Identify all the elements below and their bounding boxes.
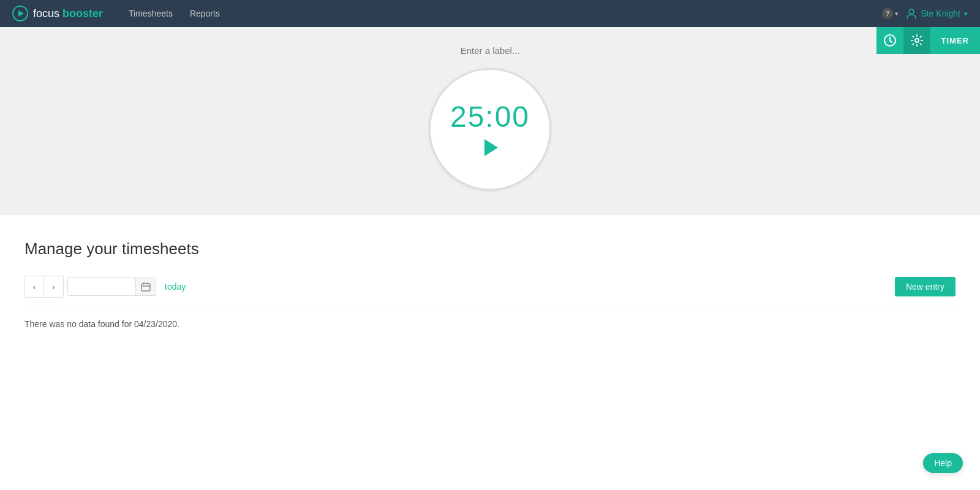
timer-section: TIMER 25:00 xyxy=(0,27,980,215)
help-float-button[interactable]: Help xyxy=(923,453,963,473)
today-button[interactable]: today xyxy=(162,278,188,295)
no-data-message: There was no data found for 04/23/2020. xyxy=(24,319,956,329)
timer-label-input[interactable] xyxy=(398,45,582,56)
navbar: focus booster Timesheets Reports ? ▾ Ste… xyxy=(0,0,980,27)
date-input-wrapper: 04/23/2020 xyxy=(67,277,156,296)
user-avatar-icon xyxy=(906,8,917,19)
timer-settings-button[interactable] xyxy=(903,27,930,54)
svg-rect-5 xyxy=(141,284,150,291)
brand-logo-icon xyxy=(12,6,28,21)
svg-marker-1 xyxy=(18,10,24,17)
main-content: Manage your timesheets ‹ › 04/23/2020 to… xyxy=(0,215,980,490)
date-next-button[interactable]: › xyxy=(44,276,64,298)
clock-icon xyxy=(883,34,897,47)
calendar-icon-button[interactable] xyxy=(135,278,156,295)
user-name: Ste Knight xyxy=(921,9,960,18)
help-nav-button[interactable]: ? ▾ xyxy=(882,8,899,19)
user-dropdown-arrow: ▾ xyxy=(964,10,968,18)
nav-timesheets[interactable]: Timesheets xyxy=(121,6,180,21)
timer-display: 25:00 xyxy=(450,102,530,132)
divider xyxy=(24,309,956,309)
gear-icon xyxy=(911,34,923,47)
question-icon: ? xyxy=(882,8,893,19)
nav-reports[interactable]: Reports xyxy=(183,6,227,21)
user-menu-button[interactable]: Ste Knight ▾ xyxy=(906,8,968,19)
timer-circle: 25:00 xyxy=(429,68,551,190)
calendar-icon xyxy=(141,282,151,292)
date-prev-button[interactable]: ‹ xyxy=(24,276,44,298)
date-navigation: ‹ › 04/23/2020 today New entry xyxy=(24,276,956,298)
play-button[interactable] xyxy=(482,139,498,156)
nav-links: Timesheets Reports xyxy=(121,6,227,21)
svg-point-2 xyxy=(909,9,914,14)
timesheets-section-title: Manage your timesheets xyxy=(24,239,956,258)
timer-label-button[interactable]: TIMER xyxy=(930,27,980,54)
brand[interactable]: focus booster xyxy=(12,6,103,21)
brand-text: focus booster xyxy=(33,7,103,20)
play-icon xyxy=(484,139,498,156)
new-entry-button[interactable]: New entry xyxy=(895,277,956,296)
timer-clock-button[interactable] xyxy=(876,27,903,54)
timer-controls-top: TIMER xyxy=(876,27,980,54)
help-dropdown-arrow: ▾ xyxy=(895,10,899,18)
svg-point-4 xyxy=(915,39,919,42)
nav-right: ? ▾ Ste Knight ▾ xyxy=(882,8,968,19)
date-input[interactable]: 04/23/2020 xyxy=(68,278,135,295)
